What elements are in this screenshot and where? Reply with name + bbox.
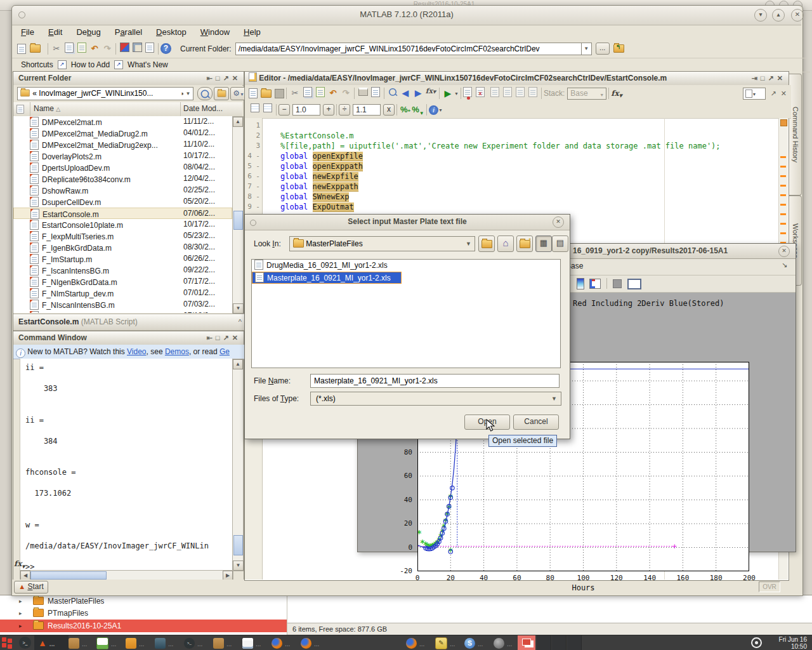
value2-input[interactable]: 1.1 (353, 104, 381, 116)
close-editor-icon[interactable]: ✕ (781, 87, 787, 100)
file-row[interactable]: DsuperCellDev.m05/20/2... (13, 196, 232, 208)
percent-remove-icon[interactable]: %▼ (412, 103, 424, 116)
percent-add-icon[interactable]: %+ (399, 103, 412, 116)
divide-button[interactable]: ÷ (339, 104, 350, 116)
scrollbar-thumb[interactable] (233, 211, 243, 230)
taskbar-item-editor[interactable]: ✎... (435, 637, 455, 649)
file-row[interactable]: EstartConsole10plate.m10/17/2... (13, 219, 232, 230)
file-row[interactable]: DoverlayPlots2.m10/17/2... (13, 150, 232, 162)
shortcut-whats-new[interactable]: What's New (128, 60, 168, 69)
find-icon[interactable] (386, 87, 399, 100)
taskbar-item-screenshot-active[interactable] (518, 635, 535, 650)
taskbar-item-firefox1[interactable]: ... (272, 637, 290, 649)
lint-warning-mark[interactable] (780, 156, 786, 158)
tab-command-history[interactable]: Command History (789, 74, 802, 196)
close-panel-icon[interactable]: ✕ (232, 74, 239, 82)
file-row[interactable]: F_ImStartup.m06/26/2... (13, 253, 232, 265)
menu-help[interactable]: Help (244, 27, 261, 37)
look-in-dropdown[interactable]: MasterPlateFiles ▼ (289, 236, 475, 251)
publish-info-icon[interactable]: i (429, 105, 438, 115)
close-panel-icon[interactable]: ✕ (777, 74, 783, 82)
file-row[interactable]: F_NImStartup_dev.m07/01/2... (13, 288, 232, 299)
taskbar-window-slot[interactable] (552, 635, 566, 650)
file-row[interactable]: F_IgenBkGrdData.m08/30/2... (13, 242, 232, 253)
print-icon[interactable] (357, 87, 369, 100)
file-row-selected[interactable]: EstartConsole.m07/06/2... (13, 208, 232, 219)
home-button[interactable]: ⌂ (497, 235, 514, 252)
expander-icon[interactable]: ▸ (19, 607, 22, 620)
fx-button[interactable]: fx▼ (611, 89, 622, 98)
list-view-button[interactable]: ▤ (552, 235, 568, 252)
copy-icon[interactable] (63, 43, 75, 55)
taskbar-item-terminal2[interactable]: >_... (184, 637, 202, 649)
taskbar-item-document[interactable]: ... (242, 637, 261, 649)
warning-summary-icon[interactable] (780, 119, 787, 126)
undo-icon[interactable]: ↶ (327, 87, 339, 100)
lint-warning-mark[interactable] (780, 232, 786, 234)
open-file-icon[interactable] (30, 44, 41, 53)
maximize-panel-icon[interactable]: □ (216, 334, 221, 342)
taskbar-item-media[interactable]: ... (155, 637, 173, 649)
file-row[interactable]: DshowRaw.m02/25/2... (13, 185, 232, 196)
dock-right-icon[interactable]: ⇥ (752, 74, 758, 82)
file-name-input[interactable]: Masterplate_16_0921_MI_yor1-2.xls (310, 374, 560, 388)
demos-link[interactable]: Demos (165, 347, 189, 356)
search-button[interactable] (197, 87, 213, 100)
new-folder-button[interactable]: * (516, 235, 533, 252)
help-icon[interactable]: ? (160, 43, 171, 54)
video-link[interactable]: Video (127, 347, 146, 356)
simulink-icon[interactable] (118, 43, 131, 55)
lint-warning-mark[interactable] (780, 166, 786, 168)
clock[interactable]: Fri Jun 16 10:50 (766, 636, 807, 650)
legend-icon[interactable] (589, 279, 601, 289)
file-row[interactable]: DReplicate96to384conv.m12/04/2... (13, 173, 232, 185)
file-row[interactable]: F_NIgenBkGrdData.m07/17/2... (13, 276, 232, 288)
lint-warning-mark[interactable] (780, 185, 786, 187)
undock-panel-icon[interactable]: ↗ (768, 74, 775, 82)
undock-panel-icon[interactable]: ↗ (223, 74, 230, 82)
dock-left-icon[interactable]: ⇤ (207, 334, 213, 342)
scroll-down-icon[interactable]: ▼ (236, 305, 241, 311)
file-row[interactable]: F_IscanIntensBG.m09/22/2... (13, 265, 232, 276)
lint-warning-mark[interactable] (780, 194, 786, 196)
taskbar-item-firefox3[interactable]: ... (406, 637, 424, 649)
column-date-modified[interactable]: Date Mod... (183, 104, 223, 113)
lint-warning-mark[interactable] (780, 175, 786, 177)
column-name[interactable]: Name △ (34, 104, 60, 113)
fm-tree-row-selected[interactable]: ▸ Results2016-10-25A1 (0, 620, 287, 632)
open-file-icon[interactable] (261, 90, 272, 98)
new-file-icon[interactable] (17, 44, 26, 54)
next-cell-icon[interactable] (261, 103, 274, 116)
taskbar-window-slot[interactable] (567, 635, 582, 650)
current-folder-header[interactable]: Current Folder ⇤ □ ↗ ✕ (13, 72, 244, 86)
clear-breakpoints-icon[interactable]: x (476, 87, 488, 100)
set-breakpoint-icon[interactable] (463, 87, 476, 100)
file-row[interactable]: DMPexcel2mat.m11/11/2... (13, 116, 232, 128)
taskbar-item-app-gray[interactable]: ... (494, 637, 512, 649)
editor-titlebar[interactable]: Editor - /media/data/EASY/InovImager_jwr… (245, 72, 789, 86)
paste-icon[interactable] (75, 43, 88, 55)
taskbar-item-folder1[interactable]: ... (69, 637, 87, 649)
value1-input[interactable]: 1.0 (292, 104, 320, 116)
start-button[interactable]: ▲ Start (14, 581, 48, 594)
stack-dropdown[interactable]: Base▼ (567, 88, 606, 100)
decrease-value-button[interactable]: − (278, 104, 290, 116)
new-file-icon[interactable] (249, 88, 258, 98)
current-folder-path-dropdown[interactable]: ▼ (582, 43, 592, 55)
getting-started-link[interactable]: Ge (219, 347, 230, 356)
step-out-icon[interactable] (514, 87, 527, 100)
breadcrumb-dropdown[interactable]: ▼ (183, 87, 193, 100)
save-icon[interactable] (275, 89, 284, 98)
redo-icon[interactable]: ↷ (101, 43, 114, 55)
file-list-scrollbar[interactable]: ▲ ▼ (232, 116, 244, 314)
menu-window[interactable]: Window (200, 27, 230, 37)
maximize-panel-icon[interactable]: □ (216, 74, 221, 82)
taskbar-item-app-blue[interactable]: S... (464, 637, 483, 649)
scrollbar-thumb[interactable] (30, 571, 107, 580)
back-icon[interactable]: ◀ (399, 87, 412, 100)
figure-close-button[interactable]: ✕ (778, 246, 790, 257)
matlab-titlebar[interactable]: MATLAB 7.12.0 (R2011a) ▾ ▴ ✕ (12, 6, 801, 25)
axes-icon[interactable] (627, 279, 641, 289)
menu-file[interactable]: File (21, 27, 34, 37)
scroll-up-icon[interactable]: ▲ (235, 119, 240, 124)
